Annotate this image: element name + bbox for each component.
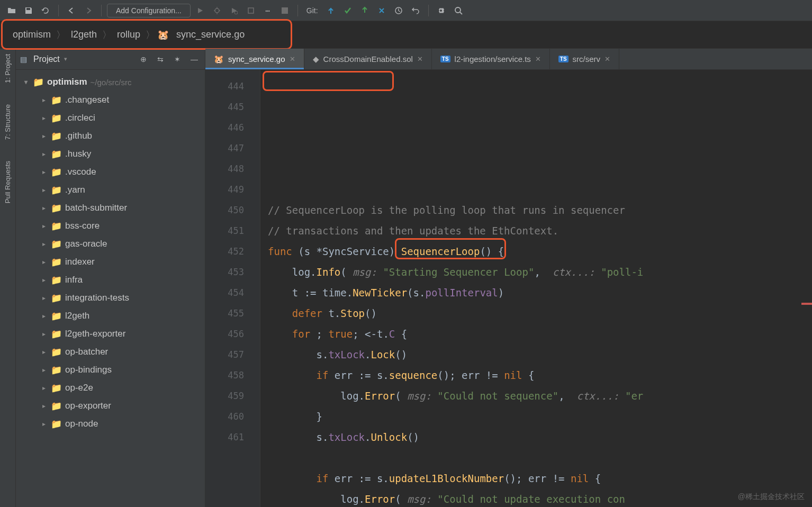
project-tree[interactable]: ▾📁 optimism ~/go/src/src▸📁 .changeset▸📁 … <box>16 70 205 507</box>
line-number: 447 <box>205 138 244 159</box>
line-number: 455 <box>205 303 244 324</box>
attach-icon[interactable]: ⋯ <box>260 3 275 18</box>
tree-folder[interactable]: ▸📁 bss-core <box>16 217 205 235</box>
tree-folder[interactable]: ▸📁 .github <box>16 127 205 145</box>
editor-tab[interactable]: TSl2-ingestion/service.ts✕ <box>432 49 550 69</box>
code-area[interactable]: 4444454464474484494504514524534544554564… <box>205 70 812 507</box>
refresh-icon[interactable] <box>38 3 53 18</box>
git-push-icon[interactable] <box>357 3 372 18</box>
git-rollback-icon[interactable] <box>408 3 423 18</box>
code-line[interactable]: s.txLock.Lock() <box>268 345 812 365</box>
toolbar: Add Configuration... ⋯ Git: <box>0 0 812 21</box>
profile-icon[interactable] <box>243 3 258 18</box>
tree-folder[interactable]: ▸📁 op-e2e <box>16 379 205 397</box>
close-icon[interactable]: ✕ <box>290 55 295 63</box>
editor-tab[interactable]: 🐹sync_service.go✕ <box>205 49 304 69</box>
breadcrumb-item[interactable]: rollup <box>112 27 146 42</box>
git-label: Git: <box>306 6 318 15</box>
run-config-button[interactable]: Add Configuration... <box>107 4 191 17</box>
editor-tab[interactable]: TSsrc/serv✕ <box>550 49 619 69</box>
ts-file-icon: TS <box>558 56 569 62</box>
tree-folder[interactable]: ▸📁 .husky <box>16 145 205 163</box>
git-history-icon[interactable] <box>391 3 406 18</box>
tree-folder[interactable]: ▸📁 op-bindings <box>16 361 205 379</box>
tree-folder[interactable]: ▸📁 .changeset <box>16 91 205 109</box>
chevron-right-icon: 〉 <box>146 29 155 41</box>
svg-rect-2 <box>248 8 254 13</box>
error-marker[interactable] <box>801 303 812 305</box>
code-line[interactable]: log.Error( msg: "Could not update execut… <box>268 489 812 507</box>
tool-window-tab-structure[interactable]: 7: Structure <box>4 104 12 140</box>
breadcrumb-item[interactable]: sync_service.go <box>171 27 250 42</box>
code-line[interactable]: if err := s.updateL1BlockNumber(); err !… <box>268 468 812 489</box>
svg-point-6 <box>455 7 461 13</box>
tree-folder[interactable]: ▸📁 op-exporter <box>16 397 205 415</box>
tree-folder[interactable]: ▸📁 infra <box>16 271 205 289</box>
tree-folder[interactable]: ▸📁 indexer <box>16 253 205 271</box>
breadcrumb-item[interactable]: l2geth <box>66 27 102 42</box>
separator <box>101 5 102 16</box>
coverage-icon[interactable] <box>227 3 241 18</box>
tree-folder[interactable]: ▸📁 l2geth-exporter <box>16 325 205 343</box>
separator <box>297 5 298 16</box>
expand-icon[interactable]: ⇆ <box>154 53 167 66</box>
stop-icon[interactable] <box>277 3 292 18</box>
tool-window-tab-pull-requests[interactable]: Pull Requests <box>4 161 12 203</box>
search-icon[interactable] <box>451 3 466 18</box>
solidity-file-icon: ◆ <box>313 55 319 64</box>
code-line[interactable]: func (s *SyncService) SequencerLoop() { <box>268 241 812 262</box>
tool-window-tab-project[interactable]: 1: Project <box>4 54 12 83</box>
code-line[interactable]: s.txLock.Unlock() <box>268 427 812 448</box>
code[interactable]: // SequencerLoop is the polling loop tha… <box>260 70 812 507</box>
project-view-icon: ▤ <box>20 55 27 64</box>
code-line[interactable]: if err := s.sequence(); err != nil { <box>268 365 812 386</box>
close-icon[interactable]: ✕ <box>417 55 423 63</box>
tree-folder[interactable]: ▸📁 .vscode <box>16 163 205 181</box>
forward-icon[interactable] <box>81 3 96 18</box>
close-icon[interactable]: ✕ <box>535 55 541 63</box>
gear-icon[interactable]: ✶ <box>171 53 184 66</box>
line-number: 445 <box>205 97 244 117</box>
git-update-icon[interactable] <box>323 3 338 18</box>
code-line[interactable]: } <box>268 406 812 427</box>
close-icon[interactable]: ✕ <box>605 55 610 63</box>
editor-tab[interactable]: ◆CrossDomainEnabled.sol✕ <box>304 49 432 69</box>
code-line[interactable]: log.Info( msg: "Starting Sequencer Loop"… <box>268 262 812 283</box>
debug-icon[interactable] <box>210 3 224 18</box>
settings-icon[interactable] <box>434 3 449 18</box>
tree-folder[interactable]: ▸📁 gas-oracle <box>16 235 205 253</box>
back-icon[interactable] <box>64 3 79 18</box>
go-file-icon: 🐹 <box>157 29 169 41</box>
tree-folder[interactable]: ▸📁 op-node <box>16 415 205 433</box>
tree-folder[interactable]: ▸📁 .yarn <box>16 181 205 199</box>
project-panel-header: ▤ Project ▾ ⊕ ⇆ ✶ — <box>16 49 205 70</box>
code-line[interactable]: for ; true; <-t.C { <box>268 324 812 345</box>
code-line[interactable] <box>268 448 812 468</box>
tree-folder[interactable]: ▸📁 op-batcher <box>16 343 205 361</box>
tree-folder[interactable]: ▸📁 batch-submitter <box>16 199 205 217</box>
code-line[interactable]: log.Error( msg: "Could not sequence", ct… <box>268 386 812 406</box>
editor: 🐹sync_service.go✕◆CrossDomainEnabled.sol… <box>205 49 812 507</box>
code-line[interactable]: t := time.NewTicker(s.pollInterval) <box>268 283 812 303</box>
tree-folder[interactable]: ▸📁 .circleci <box>16 109 205 127</box>
chevron-down-icon[interactable]: ▾ <box>64 56 67 62</box>
line-number: 458 <box>205 365 244 386</box>
code-line[interactable]: // SequencerLoop is the polling loop tha… <box>268 200 812 221</box>
git-commit-icon[interactable] <box>340 3 355 18</box>
run-icon[interactable] <box>193 3 207 18</box>
breadcrumb-item[interactable]: optimism <box>7 27 56 42</box>
tree-folder[interactable]: ▸📁 integration-tests <box>16 289 205 307</box>
tree-folder[interactable]: ▸📁 l2geth <box>16 307 205 325</box>
line-number: 453 <box>205 262 244 283</box>
tree-root[interactable]: ▾📁 optimism ~/go/src/src <box>16 73 205 91</box>
locate-icon[interactable]: ⊕ <box>137 53 150 66</box>
code-line[interactable]: defer t.Stop() <box>268 303 812 324</box>
save-icon[interactable] <box>21 3 36 18</box>
svg-rect-3 <box>282 7 288 14</box>
hide-icon[interactable]: — <box>188 53 201 66</box>
open-icon[interactable] <box>4 3 19 18</box>
go-file-icon: 🐹 <box>214 55 224 64</box>
git-branches-icon[interactable] <box>374 3 389 18</box>
code-line[interactable]: // transactions and then updates the Eth… <box>268 221 812 241</box>
project-panel-title[interactable]: Project <box>33 55 60 64</box>
